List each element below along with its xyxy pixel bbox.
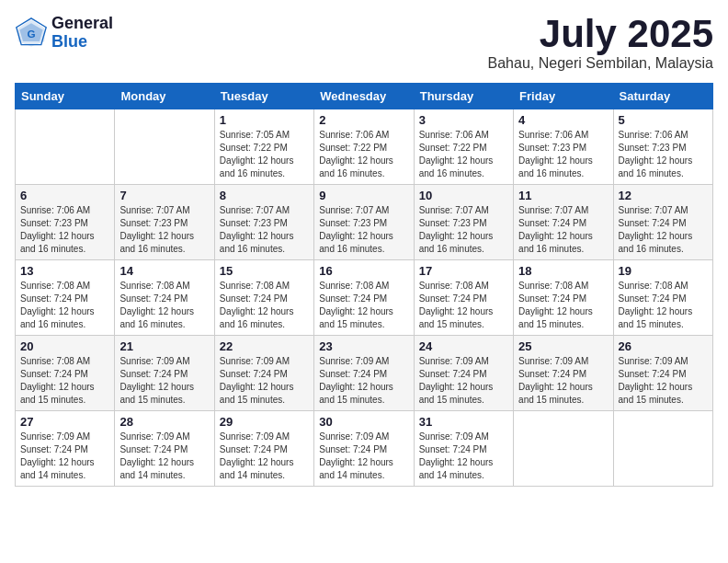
day-number: 17 <box>419 264 508 278</box>
calendar-cell: 15Sunrise: 7:08 AMSunset: 7:24 PMDayligh… <box>214 260 313 336</box>
weekday-header-sunday: Sunday <box>16 84 115 109</box>
day-number: 29 <box>220 415 309 429</box>
day-info: Sunrise: 7:08 AMSunset: 7:24 PMDaylight:… <box>518 280 608 331</box>
calendar-cell: 18Sunrise: 7:08 AMSunset: 7:24 PMDayligh… <box>514 260 613 336</box>
day-info: Sunrise: 7:07 AMSunset: 7:24 PMDaylight:… <box>619 204 708 256</box>
calendar-cell: 5Sunrise: 7:06 AMSunset: 7:23 PMDaylight… <box>613 109 712 185</box>
day-number: 6 <box>20 189 109 202</box>
day-number: 3 <box>419 113 508 127</box>
day-info: Sunrise: 7:06 AMSunset: 7:22 PMDaylight:… <box>419 129 508 180</box>
weekday-header-monday: Monday <box>115 84 214 109</box>
calendar-cell: 28Sunrise: 7:09 AMSunset: 7:24 PMDayligh… <box>115 411 214 487</box>
day-info: Sunrise: 7:08 AMSunset: 7:24 PMDaylight:… <box>20 355 109 407</box>
calendar-week-row: 27Sunrise: 7:09 AMSunset: 7:24 PMDayligh… <box>16 411 713 487</box>
calendar-cell <box>514 411 613 487</box>
day-info: Sunrise: 7:09 AMSunset: 7:24 PMDaylight:… <box>119 355 209 407</box>
calendar-cell: 25Sunrise: 7:09 AMSunset: 7:24 PMDayligh… <box>514 336 613 411</box>
day-number: 14 <box>119 264 209 278</box>
calendar-header-row: SundayMondayTuesdayWednesdayThursdayFrid… <box>16 84 713 109</box>
day-info: Sunrise: 7:06 AMSunset: 7:23 PMDaylight:… <box>20 204 109 256</box>
day-number: 15 <box>220 264 309 278</box>
title-location: Bahau, Negeri Sembilan, Malaysia <box>488 55 713 72</box>
day-number: 21 <box>119 339 209 353</box>
day-info: Sunrise: 7:07 AMSunset: 7:23 PMDaylight:… <box>220 204 309 256</box>
calendar-cell: 17Sunrise: 7:08 AMSunset: 7:24 PMDayligh… <box>414 260 513 336</box>
calendar-cell: 2Sunrise: 7:06 AMSunset: 7:22 PMDaylight… <box>314 109 414 185</box>
calendar-cell: 21Sunrise: 7:09 AMSunset: 7:24 PMDayligh… <box>115 336 214 411</box>
calendar-cell: 29Sunrise: 7:09 AMSunset: 7:24 PMDayligh… <box>214 411 313 487</box>
calendar-cell: 16Sunrise: 7:08 AMSunset: 7:24 PMDayligh… <box>314 260 414 336</box>
day-info: Sunrise: 7:08 AMSunset: 7:24 PMDaylight:… <box>419 280 508 331</box>
weekday-header-friday: Friday <box>514 84 613 109</box>
calendar-cell: 12Sunrise: 7:07 AMSunset: 7:24 PMDayligh… <box>613 185 712 260</box>
calendar-cell: 7Sunrise: 7:07 AMSunset: 7:23 PMDaylight… <box>115 185 214 260</box>
day-number: 26 <box>619 339 708 353</box>
day-info: Sunrise: 7:08 AMSunset: 7:24 PMDaylight:… <box>220 280 309 331</box>
weekday-header-wednesday: Wednesday <box>314 84 414 109</box>
day-info: Sunrise: 7:08 AMSunset: 7:24 PMDaylight:… <box>319 280 408 331</box>
day-number: 5 <box>619 113 708 127</box>
logo-general: General <box>51 15 113 33</box>
day-info: Sunrise: 7:07 AMSunset: 7:24 PMDaylight:… <box>518 204 608 256</box>
calendar-week-row: 20Sunrise: 7:08 AMSunset: 7:24 PMDayligh… <box>16 336 713 411</box>
day-number: 7 <box>119 189 209 202</box>
calendar-cell: 1Sunrise: 7:05 AMSunset: 7:22 PMDaylight… <box>214 109 313 185</box>
day-info: Sunrise: 7:07 AMSunset: 7:23 PMDaylight:… <box>119 204 209 256</box>
day-info: Sunrise: 7:08 AMSunset: 7:24 PMDaylight:… <box>20 280 109 331</box>
calendar-cell: 23Sunrise: 7:09 AMSunset: 7:24 PMDayligh… <box>314 336 414 411</box>
day-number: 8 <box>220 189 309 202</box>
day-info: Sunrise: 7:09 AMSunset: 7:24 PMDaylight:… <box>220 431 309 482</box>
day-number: 25 <box>518 339 608 353</box>
calendar-week-row: 1Sunrise: 7:05 AMSunset: 7:22 PMDaylight… <box>16 109 713 185</box>
day-info: Sunrise: 7:09 AMSunset: 7:24 PMDaylight:… <box>119 431 209 482</box>
title-block: July 2025 Bahau, Negeri Sembilan, Malays… <box>488 15 713 72</box>
day-info: Sunrise: 7:08 AMSunset: 7:24 PMDaylight:… <box>119 280 209 331</box>
calendar-cell: 8Sunrise: 7:07 AMSunset: 7:23 PMDaylight… <box>214 185 313 260</box>
day-number: 12 <box>619 189 708 202</box>
day-info: Sunrise: 7:06 AMSunset: 7:23 PMDaylight:… <box>619 129 708 180</box>
day-number: 11 <box>518 189 608 202</box>
calendar-cell: 6Sunrise: 7:06 AMSunset: 7:23 PMDaylight… <box>16 185 115 260</box>
calendar-cell: 30Sunrise: 7:09 AMSunset: 7:24 PMDayligh… <box>314 411 414 487</box>
calendar-cell: 13Sunrise: 7:08 AMSunset: 7:24 PMDayligh… <box>16 260 115 336</box>
calendar-cell: 3Sunrise: 7:06 AMSunset: 7:22 PMDaylight… <box>414 109 513 185</box>
weekday-header-thursday: Thursday <box>414 84 513 109</box>
calendar-cell: 19Sunrise: 7:08 AMSunset: 7:24 PMDayligh… <box>613 260 712 336</box>
day-number: 23 <box>319 339 408 353</box>
calendar-cell: 31Sunrise: 7:09 AMSunset: 7:24 PMDayligh… <box>414 411 513 487</box>
day-info: Sunrise: 7:06 AMSunset: 7:22 PMDaylight:… <box>319 129 408 180</box>
svg-text:G: G <box>27 28 35 40</box>
day-number: 16 <box>319 264 408 278</box>
logo-blue: Blue <box>51 33 113 52</box>
day-info: Sunrise: 7:05 AMSunset: 7:22 PMDaylight:… <box>220 129 309 180</box>
day-info: Sunrise: 7:09 AMSunset: 7:24 PMDaylight:… <box>619 355 708 407</box>
calendar-cell: 26Sunrise: 7:09 AMSunset: 7:24 PMDayligh… <box>613 336 712 411</box>
day-number: 22 <box>220 339 309 353</box>
day-info: Sunrise: 7:07 AMSunset: 7:23 PMDaylight:… <box>319 204 408 256</box>
day-number: 4 <box>518 113 608 127</box>
logo: G General Blue <box>15 15 113 52</box>
day-number: 2 <box>319 113 408 127</box>
day-number: 31 <box>419 415 508 429</box>
calendar-week-row: 13Sunrise: 7:08 AMSunset: 7:24 PMDayligh… <box>16 260 713 336</box>
weekday-header-saturday: Saturday <box>613 84 712 109</box>
day-number: 1 <box>220 113 309 127</box>
logo-text: General Blue <box>51 15 113 52</box>
calendar-cell: 14Sunrise: 7:08 AMSunset: 7:24 PMDayligh… <box>115 260 214 336</box>
calendar-week-row: 6Sunrise: 7:06 AMSunset: 7:23 PMDaylight… <box>16 185 713 260</box>
day-info: Sunrise: 7:09 AMSunset: 7:24 PMDaylight:… <box>319 355 408 407</box>
day-info: Sunrise: 7:09 AMSunset: 7:24 PMDaylight:… <box>419 355 508 407</box>
calendar-cell: 10Sunrise: 7:07 AMSunset: 7:23 PMDayligh… <box>414 185 513 260</box>
logo-icon: G <box>15 17 48 50</box>
day-info: Sunrise: 7:06 AMSunset: 7:23 PMDaylight:… <box>518 129 608 180</box>
title-month: July 2025 <box>488 15 713 53</box>
page-header: G General Blue July 2025 Bahau, Negeri S… <box>15 15 713 72</box>
day-info: Sunrise: 7:09 AMSunset: 7:24 PMDaylight:… <box>220 355 309 407</box>
day-info: Sunrise: 7:09 AMSunset: 7:24 PMDaylight:… <box>20 431 109 482</box>
day-number: 27 <box>20 415 109 429</box>
calendar-cell: 4Sunrise: 7:06 AMSunset: 7:23 PMDaylight… <box>514 109 613 185</box>
day-number: 19 <box>619 264 708 278</box>
day-info: Sunrise: 7:08 AMSunset: 7:24 PMDaylight:… <box>619 280 708 331</box>
day-number: 24 <box>419 339 508 353</box>
day-number: 18 <box>518 264 608 278</box>
